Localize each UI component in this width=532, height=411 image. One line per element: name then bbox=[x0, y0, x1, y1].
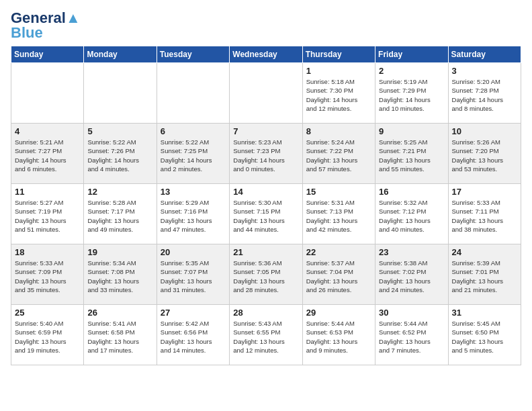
calendar-cell: 1Sunrise: 5:18 AM Sunset: 7:30 PM Daylig… bbox=[302, 63, 375, 124]
calendar-cell: 22Sunrise: 5:37 AM Sunset: 7:04 PM Dayli… bbox=[302, 244, 375, 305]
day-number: 11 bbox=[15, 187, 80, 197]
day-info: Sunrise: 5:29 AM Sunset: 7:16 PM Dayligh… bbox=[161, 198, 226, 234]
calendar-cell bbox=[157, 63, 229, 124]
day-number: 15 bbox=[306, 187, 371, 197]
day-info: Sunrise: 5:45 AM Sunset: 6:50 PM Dayligh… bbox=[452, 319, 517, 355]
day-number: 8 bbox=[306, 126, 371, 136]
day-header-monday: Monday bbox=[84, 46, 157, 63]
calendar-cell: 29Sunrise: 5:44 AM Sunset: 6:53 PM Dayli… bbox=[302, 305, 375, 365]
calendar-cell bbox=[230, 63, 302, 124]
day-number: 9 bbox=[379, 126, 444, 136]
day-info: Sunrise: 5:30 AM Sunset: 7:15 PM Dayligh… bbox=[233, 198, 298, 234]
day-number: 14 bbox=[233, 187, 298, 197]
day-number: 24 bbox=[452, 247, 517, 257]
day-info: Sunrise: 5:37 AM Sunset: 7:04 PM Dayligh… bbox=[306, 259, 371, 294]
day-info: Sunrise: 5:20 AM Sunset: 7:28 PM Dayligh… bbox=[452, 77, 517, 113]
calendar-cell: 27Sunrise: 5:42 AM Sunset: 6:56 PM Dayli… bbox=[157, 305, 229, 365]
calendar-cell: 26Sunrise: 5:41 AM Sunset: 6:58 PM Dayli… bbox=[84, 305, 157, 365]
calendar-header: SundayMondayTuesdayWednesdayThursdayFrid… bbox=[11, 46, 521, 63]
day-info: Sunrise: 5:23 AM Sunset: 7:23 PM Dayligh… bbox=[233, 138, 298, 173]
day-info: Sunrise: 5:33 AM Sunset: 7:09 PM Dayligh… bbox=[15, 259, 80, 294]
calendar-cell: 24Sunrise: 5:39 AM Sunset: 7:01 PM Dayli… bbox=[448, 244, 521, 305]
day-number: 1 bbox=[306, 66, 371, 76]
day-number: 19 bbox=[87, 247, 152, 257]
day-number: 5 bbox=[87, 126, 152, 136]
calendar-week-4: 18Sunrise: 5:33 AM Sunset: 7:09 PM Dayli… bbox=[11, 244, 521, 305]
day-info: Sunrise: 5:39 AM Sunset: 7:01 PM Dayligh… bbox=[452, 259, 517, 294]
day-info: Sunrise: 5:25 AM Sunset: 7:21 PM Dayligh… bbox=[379, 138, 444, 173]
day-info: Sunrise: 5:35 AM Sunset: 7:07 PM Dayligh… bbox=[161, 259, 226, 294]
day-info: Sunrise: 5:22 AM Sunset: 7:26 PM Dayligh… bbox=[87, 138, 152, 173]
day-info: Sunrise: 5:43 AM Sunset: 6:55 PM Dayligh… bbox=[233, 319, 298, 355]
day-number: 30 bbox=[379, 308, 444, 318]
calendar-cell: 12Sunrise: 5:28 AM Sunset: 7:17 PM Dayli… bbox=[84, 184, 157, 244]
day-number: 16 bbox=[379, 187, 444, 197]
day-number: 21 bbox=[233, 247, 298, 257]
day-info: Sunrise: 5:41 AM Sunset: 6:58 PM Dayligh… bbox=[87, 319, 152, 355]
day-number: 23 bbox=[379, 247, 444, 257]
calendar-week-3: 11Sunrise: 5:27 AM Sunset: 7:19 PM Dayli… bbox=[11, 184, 521, 244]
calendar-cell: 3Sunrise: 5:20 AM Sunset: 7:28 PM Daylig… bbox=[448, 63, 521, 124]
calendar-cell: 30Sunrise: 5:44 AM Sunset: 6:52 PM Dayli… bbox=[375, 305, 448, 365]
calendar-cell: 6Sunrise: 5:22 AM Sunset: 7:25 PM Daylig… bbox=[157, 124, 229, 184]
logo: General▲Blue bbox=[11, 11, 81, 40]
logo-text: General▲Blue bbox=[11, 11, 81, 40]
day-info: Sunrise: 5:44 AM Sunset: 6:53 PM Dayligh… bbox=[306, 319, 371, 355]
calendar-cell: 17Sunrise: 5:33 AM Sunset: 7:11 PM Dayli… bbox=[448, 184, 521, 244]
calendar-cell: 15Sunrise: 5:31 AM Sunset: 7:13 PM Dayli… bbox=[302, 184, 375, 244]
calendar-week-1: 1Sunrise: 5:18 AM Sunset: 7:30 PM Daylig… bbox=[11, 63, 521, 124]
calendar-cell: 7Sunrise: 5:23 AM Sunset: 7:23 PM Daylig… bbox=[230, 124, 302, 184]
day-info: Sunrise: 5:21 AM Sunset: 7:27 PM Dayligh… bbox=[15, 138, 80, 173]
calendar-cell: 25Sunrise: 5:40 AM Sunset: 6:59 PM Dayli… bbox=[11, 305, 84, 365]
day-info: Sunrise: 5:24 AM Sunset: 7:22 PM Dayligh… bbox=[306, 138, 371, 173]
day-info: Sunrise: 5:31 AM Sunset: 7:13 PM Dayligh… bbox=[306, 198, 371, 234]
day-number: 28 bbox=[233, 308, 298, 318]
day-number: 20 bbox=[161, 247, 226, 257]
day-info: Sunrise: 5:19 AM Sunset: 7:29 PM Dayligh… bbox=[379, 77, 444, 113]
calendar-cell: 31Sunrise: 5:45 AM Sunset: 6:50 PM Dayli… bbox=[448, 305, 521, 365]
day-info: Sunrise: 5:27 AM Sunset: 7:19 PM Dayligh… bbox=[15, 198, 80, 234]
calendar-cell: 18Sunrise: 5:33 AM Sunset: 7:09 PM Dayli… bbox=[11, 244, 84, 305]
day-number: 31 bbox=[452, 308, 517, 318]
day-number: 29 bbox=[306, 308, 371, 318]
calendar-cell: 19Sunrise: 5:34 AM Sunset: 7:08 PM Dayli… bbox=[84, 244, 157, 305]
day-number: 4 bbox=[15, 126, 80, 136]
day-number: 27 bbox=[161, 308, 226, 318]
day-number: 3 bbox=[452, 66, 517, 76]
calendar-cell bbox=[84, 63, 157, 124]
calendar-cell: 2Sunrise: 5:19 AM Sunset: 7:29 PM Daylig… bbox=[375, 63, 448, 124]
page-header: General▲Blue bbox=[11, 11, 521, 40]
calendar-cell: 23Sunrise: 5:38 AM Sunset: 7:02 PM Dayli… bbox=[375, 244, 448, 305]
calendar-cell: 28Sunrise: 5:43 AM Sunset: 6:55 PM Dayli… bbox=[230, 305, 302, 365]
calendar-cell: 8Sunrise: 5:24 AM Sunset: 7:22 PM Daylig… bbox=[302, 124, 375, 184]
calendar-cell: 4Sunrise: 5:21 AM Sunset: 7:27 PM Daylig… bbox=[11, 124, 84, 184]
day-info: Sunrise: 5:26 AM Sunset: 7:20 PM Dayligh… bbox=[452, 138, 517, 173]
day-number: 12 bbox=[87, 187, 152, 197]
calendar-cell: 21Sunrise: 5:36 AM Sunset: 7:05 PM Dayli… bbox=[230, 244, 302, 305]
day-info: Sunrise: 5:34 AM Sunset: 7:08 PM Dayligh… bbox=[87, 259, 152, 294]
day-info: Sunrise: 5:32 AM Sunset: 7:12 PM Dayligh… bbox=[379, 198, 444, 234]
day-info: Sunrise: 5:42 AM Sunset: 6:56 PM Dayligh… bbox=[161, 319, 226, 355]
calendar-week-2: 4Sunrise: 5:21 AM Sunset: 7:27 PM Daylig… bbox=[11, 124, 521, 184]
calendar-cell: 5Sunrise: 5:22 AM Sunset: 7:26 PM Daylig… bbox=[84, 124, 157, 184]
day-info: Sunrise: 5:28 AM Sunset: 7:17 PM Dayligh… bbox=[87, 198, 152, 234]
day-number: 13 bbox=[161, 187, 226, 197]
day-header-wednesday: Wednesday bbox=[230, 46, 302, 63]
day-number: 22 bbox=[306, 247, 371, 257]
day-number: 10 bbox=[452, 126, 517, 136]
calendar-cell: 10Sunrise: 5:26 AM Sunset: 7:20 PM Dayli… bbox=[448, 124, 521, 184]
day-info: Sunrise: 5:38 AM Sunset: 7:02 PM Dayligh… bbox=[379, 259, 444, 294]
day-header-friday: Friday bbox=[375, 46, 448, 63]
day-header-thursday: Thursday bbox=[302, 46, 375, 63]
calendar-cell: 16Sunrise: 5:32 AM Sunset: 7:12 PM Dayli… bbox=[375, 184, 448, 244]
day-number: 7 bbox=[233, 126, 298, 136]
calendar-body: 1Sunrise: 5:18 AM Sunset: 7:30 PM Daylig… bbox=[11, 63, 521, 365]
day-info: Sunrise: 5:22 AM Sunset: 7:25 PM Dayligh… bbox=[161, 138, 226, 173]
day-info: Sunrise: 5:33 AM Sunset: 7:11 PM Dayligh… bbox=[452, 198, 517, 234]
day-header-saturday: Saturday bbox=[448, 46, 521, 63]
day-number: 25 bbox=[15, 308, 80, 318]
calendar-cell: 20Sunrise: 5:35 AM Sunset: 7:07 PM Dayli… bbox=[157, 244, 229, 305]
day-info: Sunrise: 5:36 AM Sunset: 7:05 PM Dayligh… bbox=[233, 259, 298, 294]
day-header-tuesday: Tuesday bbox=[157, 46, 229, 63]
day-number: 2 bbox=[379, 66, 444, 76]
